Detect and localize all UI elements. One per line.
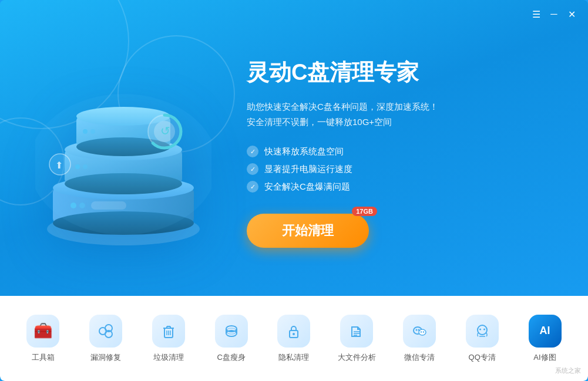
svg-point-50 [418, 329, 419, 331]
tool-item-vuln-fix[interactable]: 漏洞修复 [76, 315, 135, 363]
app-subtitle: 助您快速安全解决C盘各种问题，深度加速系统！ 安全清理不误删，一键释放10G+空… [247, 99, 553, 129]
feature-item-2: ✓ 显著提升电脑运行速度 [247, 163, 553, 175]
junk-clean-icon [152, 315, 185, 348]
main-window: ☰ ─ ✕ [0, 0, 588, 381]
svg-point-23 [35, 94, 211, 235]
svg-point-53 [478, 325, 487, 335]
tool-item-c-slim[interactable]: C盘瘦身 [202, 315, 261, 363]
svg-point-43 [293, 333, 295, 335]
ai-fix-icon: AI [529, 315, 562, 348]
privacy-clean-label: 隐私清理 [278, 352, 309, 363]
bottom-toolbar: 🧰 工具箱 漏洞修复 [0, 296, 588, 381]
cta-wrapper: 17GB 开始清理 [247, 214, 369, 248]
bigfile-label: 大文件分析 [338, 352, 376, 363]
ai-fix-label: AI修图 [533, 352, 556, 363]
hero-text-area: 灵动C盘清理专家 助您快速安全解决C盘各种问题，深度加速系统！ 安全清理不误删，… [223, 58, 553, 248]
check-icon-1: ✓ [247, 146, 258, 157]
start-clean-button[interactable]: 开始清理 [247, 214, 369, 248]
tool-item-qq[interactable]: QQ专清 [453, 315, 512, 363]
wechat-label: 微信专清 [404, 352, 435, 363]
watermark: 系统之家 [555, 366, 581, 375]
title-bar: ☰ ─ ✕ [520, 0, 588, 28]
tool-item-ai-fix[interactable]: AI AI修图 [516, 315, 574, 363]
privacy-clean-icon [277, 315, 310, 348]
server-svg: ↺ ⬆ [35, 47, 211, 258]
svg-point-56 [483, 328, 485, 330]
feature-item-1: ✓ 快速释放系统盘空间 [247, 146, 553, 157]
qq-label: QQ专清 [469, 352, 496, 363]
tool-item-privacy-clean[interactable]: 隐私清理 [264, 315, 323, 363]
features-list: ✓ 快速释放系统盘空间 ✓ 显著提升电脑运行速度 ✓ 安全解决C盘爆满问题 [247, 146, 553, 193]
tool-item-bigfile[interactable]: 大文件分析 [327, 315, 386, 363]
minimize-button[interactable]: ─ [546, 6, 562, 22]
main-content: ↺ ⬆ [0, 0, 588, 294]
hero-illustration: ↺ ⬆ [23, 29, 223, 276]
wechat-icon [403, 315, 436, 348]
app-title: 灵动C盘清理专家 [247, 58, 553, 87]
cta-badge: 17GB [352, 207, 377, 216]
svg-point-49 [415, 329, 417, 331]
check-icon-3: ✓ [247, 181, 258, 193]
vuln-fix-icon [89, 315, 122, 348]
svg-point-48 [419, 329, 426, 335]
tool-item-wechat[interactable]: 微信专清 [390, 315, 449, 363]
tool-item-junk-clean[interactable]: 垃圾清理 [139, 315, 198, 363]
check-icon-2: ✓ [247, 163, 258, 175]
svg-point-52 [423, 331, 424, 332]
svg-point-51 [421, 331, 422, 332]
tool-item-toolbox[interactable]: 🧰 工具箱 [14, 315, 72, 363]
toolbox-label: 工具箱 [32, 352, 55, 363]
bigfile-icon [340, 315, 373, 348]
menu-button[interactable]: ☰ [528, 6, 545, 22]
qq-icon [466, 315, 499, 348]
c-slim-label: C盘瘦身 [217, 352, 245, 363]
c-slim-icon [215, 315, 248, 348]
feature-item-3: ✓ 安全解决C盘爆满问题 [247, 181, 553, 193]
junk-clean-label: 垃圾清理 [153, 352, 184, 363]
toolbox-icon: 🧰 [26, 315, 59, 348]
vuln-fix-label: 漏洞修复 [90, 352, 121, 363]
svg-point-55 [479, 328, 481, 330]
close-button[interactable]: ✕ [563, 6, 580, 22]
